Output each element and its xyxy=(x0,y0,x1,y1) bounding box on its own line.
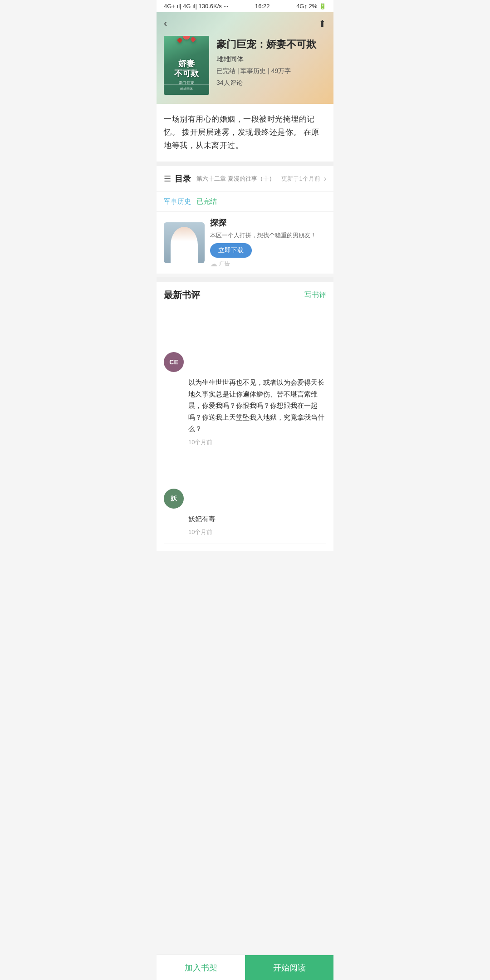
book-info: 娇妻 不可欺 豪门·巨宠 雌雄同体 豪门巨宠：娇妻不可欺 雌雄同体 已完结 | … xyxy=(164,36,326,95)
description-section: 一场别有用心的婚姻，一段被时光掩埋的记忆。 拨开层层迷雾，发现最终还是你。 在原… xyxy=(157,104,333,162)
genre-tag[interactable]: 军事历史 xyxy=(164,197,191,206)
catalog-update-time: 更新于1个月前 xyxy=(281,175,320,183)
ad-person-image xyxy=(164,222,205,263)
book-cover: 娇妻 不可欺 豪门·巨宠 雌雄同体 xyxy=(164,36,209,95)
book-author: 雌雄同体 xyxy=(216,55,326,64)
status-bar: 4G+ ıl| 4G ıl| 130.6K/s ··· 16:22 4G↑ 2%… xyxy=(157,0,333,12)
review-avatar: CE xyxy=(164,352,184,372)
share-button[interactable]: ⬆ xyxy=(318,18,326,29)
book-meta: 豪门巨宠：娇妻不可欺 雌雄同体 已完结 | 军事历史 | 49万字 34人评论 xyxy=(216,36,326,87)
hero-section: ‹ ⬆ 娇妻 不可欺 豪门·巨宠 雌雄同体 豪门巨宠：娇妻不可欺 雌雄同体 已完… xyxy=(157,12,333,104)
catalog-latest-chapter: 第六十二章 夏漫的往事（十） xyxy=(196,175,278,183)
review-text: 以为生生世世再也不见，或者以为会爱得天长地久事实总是让你遍体鳞伤、苦不堪言索维晨… xyxy=(164,377,326,435)
review-time: 10个月前 xyxy=(164,438,326,446)
status-time: 16:22 xyxy=(255,3,270,10)
review-avatar-2: 妖 xyxy=(164,489,184,509)
description-text: 一场别有用心的婚姻，一段被时光掩埋的记忆。 拨开层层迷雾，发现最终还是你。 在原… xyxy=(164,113,326,152)
ad-section: 探探 本区一个人打拼，想找个稳重的男朋友！ 立即下载 ☁ 广告 xyxy=(157,212,333,274)
tags-row: 军事历史 已完结 xyxy=(157,192,333,212)
divider-1 xyxy=(157,162,333,166)
review-header-row: CE xyxy=(164,352,326,372)
catalog-label: 目录 xyxy=(175,173,191,184)
review-item-2: 妖 妖妃有毒 10个月前 xyxy=(164,481,326,544)
status-right: 4G↑ 2% 🔋 xyxy=(296,3,326,10)
battery-status: 4G↑ 2% 🔋 xyxy=(296,3,326,10)
review-text-2: 妖妃有毒 xyxy=(164,513,326,525)
review-header-row-2: 妖 xyxy=(164,489,326,509)
review-item: CE 以为生生世世再也不见，或者以为会爱得天长地久事实总是让你遍体鳞伤、苦不堪言… xyxy=(164,345,326,454)
book-tags: 已完结 | 军事历史 | 49万字 xyxy=(216,67,326,75)
ad-description: 本区一个人打拼，想找个稳重的男朋友！ xyxy=(210,231,326,240)
reviews-header: 最新书评 写书评 xyxy=(164,289,326,301)
catalog-arrow-icon: › xyxy=(324,175,326,183)
ad-content: 探探 本区一个人打拼，想找个稳重的男朋友！ 立即下载 ☁ 广告 xyxy=(210,217,326,269)
write-review-link[interactable]: 写书评 xyxy=(304,290,326,300)
ad-image xyxy=(164,222,205,263)
reviews-title: 最新书评 xyxy=(164,289,200,301)
divider-2 xyxy=(157,277,333,282)
cover-title: 娇妻 不可欺 xyxy=(174,59,199,78)
bottom-spacer xyxy=(157,551,333,583)
review-spacer xyxy=(164,309,326,345)
nav-bar: ‹ ⬆ xyxy=(164,18,326,29)
status-left: 4G+ ıl| 4G ıl| 130.6K/s ··· xyxy=(164,3,228,10)
review-time-2: 10个月前 xyxy=(164,528,326,536)
catalog-icon: ☰ xyxy=(164,174,171,184)
review-initials-2: 妖 xyxy=(171,495,177,503)
ad-download-button[interactable]: 立即下载 xyxy=(210,243,252,258)
book-comments-count: 34人评论 xyxy=(216,79,326,87)
network-status: 4G+ ıl| 4G ıl| 130.6K/s ··· xyxy=(164,3,228,10)
ad-badge: 广告 xyxy=(219,260,230,268)
reviews-section: 最新书评 写书评 CE 以为生生世世再也不见，或者以为会爱得天长地久事实总是让你… xyxy=(157,282,333,551)
status-tag[interactable]: 已完结 xyxy=(196,197,217,206)
cover-author-badge: 雌雄同体 xyxy=(164,84,209,91)
catalog-section[interactable]: ☰ 目录 第六十二章 夏漫的往事（十） 更新于1个月前 › xyxy=(157,166,333,192)
review-initials: CE xyxy=(169,358,178,366)
review-spacer-2 xyxy=(164,454,326,481)
ad-footer: ☁ 广告 xyxy=(210,260,326,268)
ad-app-name: 探探 xyxy=(210,217,326,228)
back-button[interactable]: ‹ xyxy=(164,18,167,29)
book-title: 豪门巨宠：娇妻不可欺 xyxy=(216,38,326,51)
